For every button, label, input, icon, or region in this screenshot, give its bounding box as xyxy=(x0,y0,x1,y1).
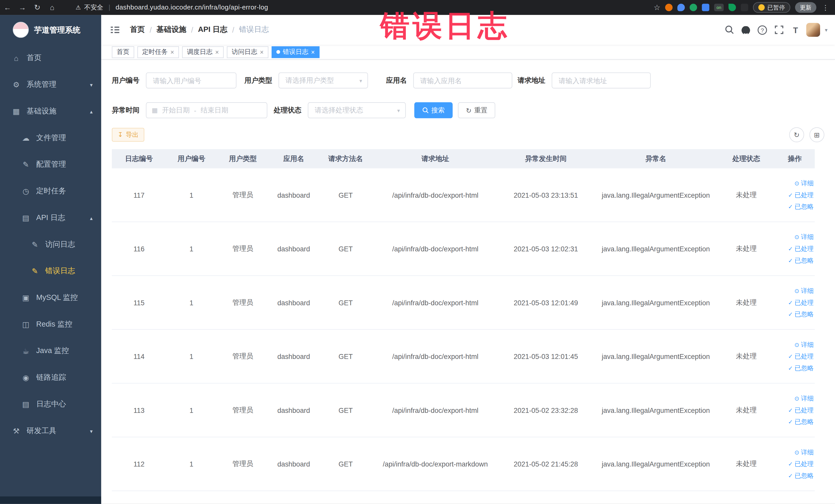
table-header-row: 日志编号 用户编号 用户类型 应用名 请求方法名 请求地址 异常发生时间 异常名… xyxy=(112,149,815,168)
cell-exception: java.lang.IllegalArgumentException xyxy=(594,245,718,253)
date-range-picker[interactable]: ▦ 开始日期 - 结束日期 xyxy=(146,102,267,118)
timer-icon: ◷ xyxy=(21,187,30,195)
sidebar-item-config-manage[interactable]: ✎ 配置管理 xyxy=(0,151,101,178)
sidebar-item-mysql-monitor[interactable]: ▣ MySQL 监控 xyxy=(0,284,101,311)
close-icon[interactable]: × xyxy=(170,49,174,55)
action-detail[interactable]: ⊙详细 xyxy=(794,233,814,242)
browser-reload-icon[interactable]: ↻ xyxy=(30,3,45,12)
filter-label: 应用名 xyxy=(386,76,407,85)
breadcrumb-infra[interactable]: 基础设施 xyxy=(157,25,186,35)
column-settings-button[interactable]: ⊞ xyxy=(809,127,824,142)
action-ignored[interactable]: ✓已忽略 xyxy=(788,256,814,265)
close-icon[interactable]: × xyxy=(260,49,264,55)
paused-button[interactable]: 已暂停 xyxy=(753,2,790,13)
action-processed[interactable]: ✓已处理 xyxy=(788,298,814,307)
sidebar-item-api-log[interactable]: ▤ API 日志 ▴ xyxy=(0,205,101,231)
action-ignored[interactable]: ✓已忽略 xyxy=(788,471,814,480)
reset-button[interactable]: ↻ 重置 xyxy=(458,102,495,118)
extension-icon-2[interactable] xyxy=(677,4,685,11)
avatar[interactable] xyxy=(806,23,820,37)
sidebar-item-file-manage[interactable]: ☁ 文件管理 xyxy=(0,124,101,151)
extension-icon-3[interactable] xyxy=(690,4,697,11)
avatar-caret-icon[interactable]: ▾ xyxy=(825,27,827,33)
action-detail[interactable]: ⊙详细 xyxy=(794,179,814,188)
browser-forward-icon[interactable]: → xyxy=(15,3,30,12)
eye-icon: ⊙ xyxy=(794,234,799,241)
sidebar-item-redis-monitor[interactable]: ◫ Redis 监控 xyxy=(0,311,101,338)
sidebar-item-label: 基础设施 xyxy=(27,106,57,116)
refresh-button[interactable]: ↻ xyxy=(789,127,804,142)
breadcrumb-home[interactable]: 首页 xyxy=(130,25,145,35)
sidebar-item-java-monitor[interactable]: ☕ Java 监控 xyxy=(0,338,101,364)
extension-icon-4[interactable] xyxy=(702,4,709,11)
sidebar-item-infra[interactable]: ▦ 基础设施 ▴ xyxy=(0,98,101,125)
sidebar-item-error-log[interactable]: ✎ 错误日志 xyxy=(0,258,101,284)
extension-icon-5[interactable] xyxy=(729,4,736,11)
browser-home-icon[interactable]: ⌂ xyxy=(45,3,60,12)
request-url-input[interactable] xyxy=(552,73,651,88)
cell-user-id: 1 xyxy=(166,460,217,468)
action-ignored[interactable]: ✓已忽略 xyxy=(788,364,814,372)
tab-home[interactable]: 首页 xyxy=(112,46,134,58)
hamburger-icon[interactable] xyxy=(109,24,120,35)
sidebar-item-dev-tools[interactable]: ⚒ 研发工具 ▾ xyxy=(0,418,101,444)
action-ignored[interactable]: ✓已忽略 xyxy=(788,310,814,319)
action-detail[interactable]: ⊙详细 xyxy=(794,340,814,349)
user-id-input[interactable] xyxy=(146,73,237,88)
cell-user-type: 管理员 xyxy=(217,190,269,200)
browser-menu-icon[interactable]: ⋮ xyxy=(821,3,830,11)
extension-icon-6[interactable] xyxy=(741,4,748,11)
action-ignored[interactable]: ✓已忽略 xyxy=(788,202,814,211)
export-button[interactable]: ↧ 导出 xyxy=(112,128,144,142)
cell-url: /api/infra/db-doc/export-html xyxy=(373,245,498,253)
address-bar[interactable]: ⚠ 不安全 | dashboard.yudao.iocoder.cn/infra… xyxy=(76,3,268,12)
sidebar-item-tracing[interactable]: ◉ 链路追踪 xyxy=(0,364,101,391)
tab-access-log[interactable]: 访问日志 × xyxy=(227,46,268,58)
action-ignored[interactable]: ✓已忽略 xyxy=(788,417,814,426)
sidebar-item-cron-job[interactable]: ◷ 定时任务 xyxy=(0,178,101,205)
tab-cron-job[interactable]: 定时任务 × xyxy=(137,46,179,58)
sidebar-item-home[interactable]: ⌂ 首页 xyxy=(0,45,101,72)
sidebar-item-access-log[interactable]: ✎ 访问日志 xyxy=(0,231,101,258)
action-processed[interactable]: ✓已处理 xyxy=(788,459,814,468)
close-icon[interactable]: × xyxy=(311,49,315,55)
extension-on-badge[interactable]: on xyxy=(714,4,724,11)
help-icon[interactable]: ? xyxy=(757,24,769,36)
search-label: 搜索 xyxy=(431,106,445,115)
browser-back-icon[interactable]: ← xyxy=(0,3,15,12)
action-processed[interactable]: ✓已处理 xyxy=(788,352,814,361)
breadcrumb-api-log[interactable]: API 日志 xyxy=(198,25,227,35)
font-size-icon[interactable]: T xyxy=(790,24,802,36)
process-status-select[interactable]: 请选择处理状态 ▾ xyxy=(308,102,406,118)
column-header: 异常名 xyxy=(594,154,718,164)
search-icon[interactable] xyxy=(724,24,735,36)
action-detail[interactable]: ⊙详细 xyxy=(794,286,814,295)
action-detail[interactable]: ⊙详细 xyxy=(794,448,814,457)
filter-user-id: 用户编号 xyxy=(112,73,237,88)
toolbar-right: ↻ ⊞ xyxy=(784,127,824,142)
fullscreen-icon[interactable] xyxy=(773,24,785,36)
update-button[interactable]: 更新 xyxy=(795,2,816,13)
tab-schedule-log[interactable]: 调度日志 × xyxy=(182,46,224,58)
action-detail[interactable]: ⊙详细 xyxy=(794,394,814,403)
page-content: 用户编号 用户类型 请选择用户类型 ▾ 应用名 请求地址 xyxy=(101,73,835,491)
close-icon[interactable]: × xyxy=(215,49,219,55)
sidebar-item-label: 首页 xyxy=(27,53,42,63)
app-logo-row[interactable]: 芋道管理系统 xyxy=(0,15,101,45)
sidebar-item-system[interactable]: ⚙ 系统管理 ▾ xyxy=(0,72,101,98)
bookmark-star-icon[interactable]: ☆ xyxy=(653,3,660,12)
action-processed[interactable]: ✓已处理 xyxy=(788,190,814,200)
user-type-select[interactable]: 请选择用户类型 ▾ xyxy=(279,73,368,88)
search-icon xyxy=(422,107,429,114)
edit-icon: ✎ xyxy=(30,240,39,249)
action-processed[interactable]: ✓已处理 xyxy=(788,244,814,253)
github-icon[interactable] xyxy=(740,24,752,36)
app-name-input[interactable] xyxy=(413,73,512,88)
search-button[interactable]: 搜索 xyxy=(414,102,452,118)
sidebar-item-log-center[interactable]: ▤ 日志中心 xyxy=(0,391,101,418)
cell-exception: java.lang.IllegalArgumentException xyxy=(594,352,718,360)
tab-error-log[interactable]: 错误日志 × xyxy=(271,46,320,58)
filter-label: 用户编号 xyxy=(112,76,140,85)
extension-icon-1[interactable] xyxy=(665,4,673,11)
action-processed[interactable]: ✓已处理 xyxy=(788,406,814,415)
